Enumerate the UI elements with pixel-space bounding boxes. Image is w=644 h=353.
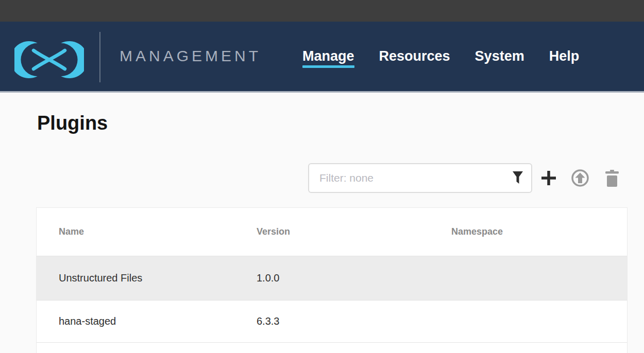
nav-resources[interactable]: Resources xyxy=(379,48,450,64)
nav-system[interactable]: System xyxy=(475,48,524,64)
app-header: MANAGEMENT Manage Resources System Help xyxy=(0,22,644,93)
plus-icon xyxy=(540,169,557,187)
filter-input[interactable] xyxy=(308,163,532,193)
table-header-row: Name Version Namespace xyxy=(37,208,627,256)
table-row-unstructured-files[interactable]: Unstructured Files 1.0.0 xyxy=(37,256,627,301)
nav-manage[interactable]: Manage xyxy=(302,48,354,64)
column-header-version[interactable]: Version xyxy=(257,226,451,237)
cell-version: 6.3.3 xyxy=(257,315,451,327)
upload-plugin-button[interactable] xyxy=(571,169,589,187)
nav-system-label: System xyxy=(475,48,524,64)
table-row-hana-staged[interactable]: hana-staged 6.3.3 xyxy=(37,301,627,343)
delphix-logo-icon[interactable] xyxy=(14,40,84,79)
nav-resources-label: Resources xyxy=(379,48,450,64)
column-header-namespace[interactable]: Namespace xyxy=(451,226,627,237)
delete-plugin-button[interactable] xyxy=(605,170,619,187)
logo-right-crescent xyxy=(61,41,84,78)
plugins-table: Name Version Namespace Unstructured File… xyxy=(36,207,628,353)
header-divider xyxy=(99,32,100,82)
filter-box xyxy=(308,163,532,193)
column-header-name[interactable]: Name xyxy=(37,226,257,237)
toolbar xyxy=(308,163,619,193)
trash-icon xyxy=(605,170,619,187)
browser-top-strip xyxy=(0,0,644,22)
app-window: MANAGEMENT Manage Resources System Help … xyxy=(0,0,644,353)
logo-left-crescent xyxy=(14,41,38,78)
upload-icon xyxy=(571,169,589,187)
cell-name: hana-staged xyxy=(37,315,257,327)
nav-help-label: Help xyxy=(549,48,580,64)
add-plugin-button[interactable] xyxy=(540,169,557,187)
cell-name: Unstructured Files xyxy=(37,272,257,284)
page-title: Plugins xyxy=(37,112,108,134)
main-nav: Manage Resources System Help xyxy=(302,48,579,64)
nav-help[interactable]: Help xyxy=(549,48,580,64)
brand-title: MANAGEMENT xyxy=(120,47,261,65)
filter-funnel-icon[interactable] xyxy=(512,171,523,185)
nav-manage-label: Manage xyxy=(302,48,354,64)
cell-version: 1.0.0 xyxy=(257,272,451,284)
